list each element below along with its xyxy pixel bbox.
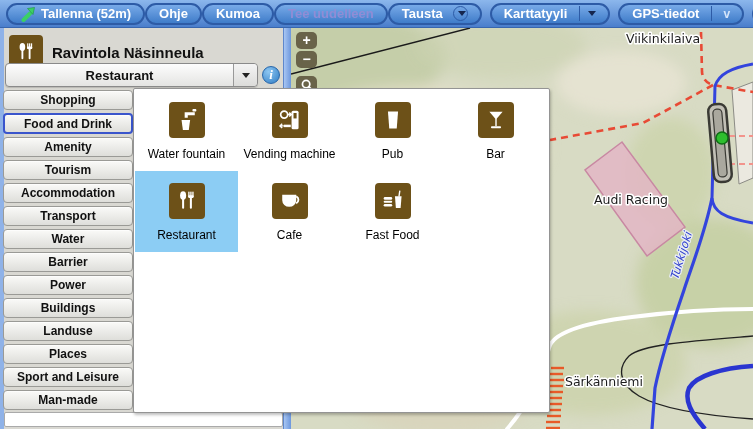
info-button[interactable]: i <box>262 66 280 84</box>
save-button-label: Tallenna (52m) <box>41 6 131 21</box>
map-label-sarkanniemi: Särkänniemi <box>565 374 643 389</box>
feature-fast-food[interactable]: Fast Food <box>341 171 444 252</box>
background-button[interactable]: Tausta <box>388 3 482 25</box>
fast-food-icon <box>375 183 411 219</box>
category-barrier[interactable]: Barrier <box>3 252 133 272</box>
background-dropdown-button[interactable] <box>453 6 468 21</box>
zoom-in-button[interactable]: + <box>296 32 317 49</box>
feature-label: Water fountain <box>148 147 226 161</box>
feature-water-fountain[interactable]: Water fountain <box>135 90 238 171</box>
feature-vending-machine[interactable]: Vending machine <box>238 90 341 171</box>
type-selector-arrow-button[interactable] <box>233 64 257 86</box>
category-man-made[interactable]: Man-made <box>3 390 133 410</box>
divider <box>579 6 580 21</box>
feature-label: Pub <box>382 147 403 161</box>
app-window: Viikinkilaiva Audi Racing Särkänniemi Tu… <box>0 0 753 429</box>
map-label-viikinkilaiva: Viikinkilaiva <box>626 31 700 46</box>
water-fountain-icon <box>169 102 205 138</box>
chevron-down-icon: v <box>723 7 730 21</box>
category-power[interactable]: Power <box>3 275 133 295</box>
divider <box>711 6 712 21</box>
category-food-and-drink[interactable]: Food and Drink <box>3 113 133 134</box>
bar-icon <box>478 102 514 138</box>
toolbar-right-group: Tausta Karttatyyli GPS-tiedot v Asetukse… <box>388 3 753 25</box>
restaurant-icon <box>169 183 205 219</box>
map-style-button[interactable]: Karttatyyli <box>490 3 611 25</box>
feature-restaurant[interactable]: Restaurant <box>135 171 238 252</box>
zoom-out-button[interactable]: − <box>296 51 317 68</box>
feature-label: Cafe <box>277 228 302 242</box>
category-tourism[interactable]: Tourism <box>3 160 133 180</box>
upload-arrow-icon <box>20 6 36 22</box>
feature-cafe[interactable]: Cafe <box>238 171 341 252</box>
feature-label: Vending machine <box>243 147 335 161</box>
map-zoom-controls: + − <box>296 32 317 96</box>
gps-data-button[interactable]: GPS-tiedot v <box>618 3 744 25</box>
chevron-down-icon <box>242 73 250 78</box>
type-selector-value: Restaurant <box>6 68 233 83</box>
map-node-green[interactable] <box>716 132 728 144</box>
category-landuse[interactable]: Landuse <box>3 321 133 341</box>
toolbar: Tallenna (52m) Ohje Kumoa Tee uudelleen … <box>0 0 753 28</box>
chevron-down-icon <box>458 11 466 16</box>
cafe-icon <box>272 183 308 219</box>
chevron-down-icon <box>588 11 596 16</box>
feature-bar[interactable]: Bar <box>444 90 547 171</box>
undo-button[interactable]: Kumoa <box>202 3 274 25</box>
category-buildings[interactable]: Buildings <box>3 298 133 318</box>
help-button[interactable]: Ohje <box>145 3 202 25</box>
category-water[interactable]: Water <box>3 229 133 249</box>
save-button[interactable]: Tallenna (52m) <box>6 3 145 25</box>
category-accommodation[interactable]: Accommodation <box>3 183 133 203</box>
feature-pub[interactable]: Pub <box>341 90 444 171</box>
poi-title: Ravintola Näsinneula <box>52 44 204 61</box>
type-selector[interactable]: Restaurant <box>5 63 258 87</box>
category-transport[interactable]: Transport <box>3 206 133 226</box>
category-places[interactable]: Places <box>3 344 133 364</box>
map-label-audi-racing: Audi Racing <box>594 192 668 207</box>
map-style-button-label: Karttatyyli <box>504 6 568 21</box>
category-shopping[interactable]: Shopping <box>3 90 133 110</box>
pub-icon <box>375 102 411 138</box>
category-sport-and-leisure[interactable]: Sport and Leisure <box>3 367 133 387</box>
background-button-label: Tausta <box>402 6 443 21</box>
redo-button: Tee uudelleen <box>274 3 388 25</box>
panel-footer <box>4 412 283 427</box>
feature-label: Fast Food <box>365 228 419 242</box>
category-list: Shopping Food and Drink Amenity Tourism … <box>3 90 133 413</box>
feature-picker-popup: Water fountain Vending machine <box>133 88 550 413</box>
gps-data-button-label: GPS-tiedot <box>632 6 699 21</box>
vending-machine-icon <box>272 102 308 138</box>
category-amenity[interactable]: Amenity <box>3 137 133 157</box>
feature-label: Bar <box>486 147 505 161</box>
feature-label: Restaurant <box>157 228 216 242</box>
